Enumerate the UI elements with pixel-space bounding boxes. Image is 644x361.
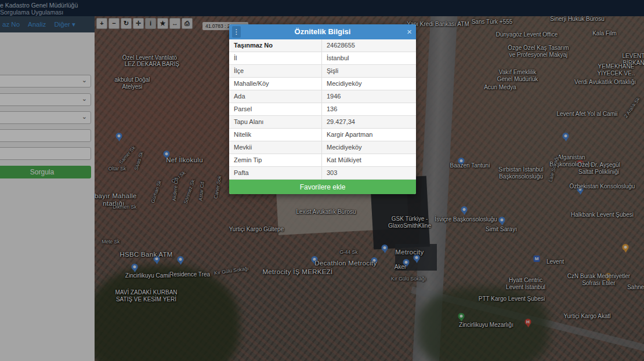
attribute-value: 24628655 (322, 39, 355, 52)
attribute-label: Taşınmaz No (229, 39, 322, 52)
attribute-value: Kat Mülkiyet (322, 154, 361, 166)
attribute-label: İlçe (229, 65, 322, 77)
attribute-label: İl (229, 52, 322, 64)
attribute-row: NitelikKargir Apartman (229, 129, 416, 141)
attribute-label: Pafta (229, 167, 322, 179)
attribute-row: Mahalle/KöyMecidiyeköy (229, 78, 416, 90)
attribute-value: 29.427,34 (322, 116, 355, 128)
attribute-row: Pafta303 (229, 167, 416, 180)
attribute-row: Parsel136 (229, 103, 416, 116)
modal-header: ⋮ Öznitelik Bilgisi × (229, 24, 416, 39)
attribute-row: İlİstanbul (229, 52, 416, 65)
attribute-row: MevkiiMecidiyeköy (229, 141, 416, 154)
attribute-row: Ada1946 (229, 90, 416, 103)
attribute-row: Tapu Alanı29.427,34 (229, 116, 416, 129)
attribute-info-modal: ⋮ Öznitelik Bilgisi × Taşınmaz No2462865… (229, 24, 416, 194)
attribute-value: 136 (322, 103, 337, 115)
kebab-menu-icon[interactable]: ⋮ (232, 26, 241, 38)
attribute-label: Nitelik (229, 129, 322, 141)
attribute-value: İstanbul (322, 52, 349, 64)
attribute-table: Taşınmaz No24628655İlİstanbulİlçeŞişliMa… (229, 39, 416, 180)
attribute-row: Zemin TipKat Mülkiyet (229, 154, 416, 167)
attribute-label: Zemin Tip (229, 154, 322, 166)
attribute-label: Ada (229, 90, 322, 103)
attribute-value: Kargir Apartman (322, 129, 372, 141)
attribute-value: Şişli (322, 65, 338, 77)
attribute-value: Mecidiyeköy (322, 141, 362, 154)
add-to-favorites-button[interactable]: Favorilere ekle (229, 180, 416, 194)
attribute-label: Mahalle/Köy (229, 78, 322, 90)
attribute-value: Mecidiyeköy (322, 78, 362, 90)
attribute-row: İlçeŞişli (229, 65, 416, 78)
attribute-value: 303 (322, 167, 337, 179)
attribute-label: Tapu Alanı (229, 116, 322, 128)
attribute-label: Mevkii (229, 141, 322, 154)
attribute-label: Parsel (229, 103, 322, 115)
close-icon[interactable]: × (407, 24, 412, 39)
modal-title: Öznitelik Bilgisi (229, 24, 416, 39)
attribute-row: Taşınmaz No24628655 (229, 39, 416, 52)
attribute-value: 1946 (322, 90, 341, 103)
